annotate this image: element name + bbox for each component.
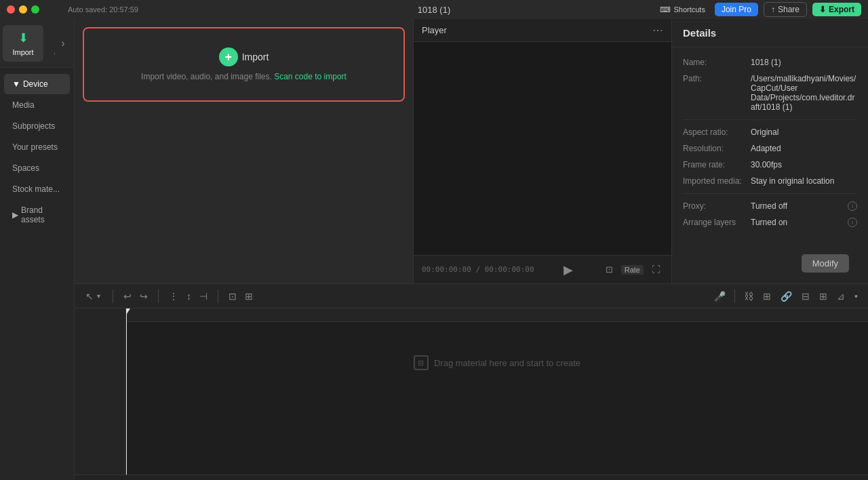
player-fullscreen-preview-button[interactable]: ⊡ [603, 263, 616, 276]
undo-button[interactable]: ↩ [120, 289, 135, 304]
crop-icon: ⊡ [229, 291, 237, 302]
player-viewport [414, 42, 671, 255]
crop-tool-button[interactable]: ⊡ [225, 289, 240, 304]
brand-assets-arrow-icon: ▶ [12, 210, 18, 220]
minimize-button[interactable] [19, 5, 27, 14]
close-button[interactable] [7, 5, 15, 14]
proxy-info-icon[interactable]: i [848, 201, 857, 211]
player-menu-button[interactable]: ⋯ [652, 24, 663, 37]
top-row: + Import Import video, audio, and image … [75, 19, 868, 283]
right-panel: Details Name: 1018 (1) Path: /Users/mall… [671, 19, 868, 283]
details-row-imported-media: Imported media: Stay in original locatio… [672, 173, 868, 189]
timeline-scrollbar[interactable] [75, 475, 868, 480]
link-icon: 🔗 [781, 291, 792, 302]
playhead-triangle [126, 308, 130, 314]
details-key-arrange-layers: Arrange layers [683, 218, 751, 227]
import-area: + Import Import video, audio, and image … [75, 19, 414, 283]
undo-redo-group: ↩ ↪ [120, 289, 151, 304]
playhead [126, 308, 127, 475]
content-area: + Import Import video, audio, and image … [75, 19, 868, 480]
details-row-resolution: Resolution: Adapted [672, 140, 868, 157]
import-btn-label: Import [242, 52, 269, 62]
tl-divider-1 [113, 289, 113, 303]
details-row-name: Name: 1018 (1) [672, 54, 868, 71]
details-key-framerate: Frame rate: [683, 160, 751, 169]
details-key-path: Path: [683, 74, 751, 83]
details-row-framerate: Frame rate: 30.00fps [672, 157, 868, 173]
arrange-info-icon[interactable]: i [848, 218, 857, 227]
sidebar-item-subprojects[interactable]: Subprojects [4, 116, 70, 136]
split3-tool-button[interactable]: ⊣ [196, 289, 211, 304]
import-hint-row: Import video, audio, and image files. Sc… [141, 72, 347, 81]
dot-button[interactable]: • [851, 289, 861, 304]
left-panel: ⬇ Import ♪ Audio T Text ☺ Stickers ✦ E [0, 19, 75, 480]
snap-button[interactable]: ⊟ [798, 289, 813, 304]
chain-icon: ⛓ [744, 291, 753, 302]
import-hint-text: Import video, audio, and image files. [141, 72, 272, 81]
details-key-proxy: Proxy: [683, 201, 751, 211]
mic-button[interactable]: 🎤 [711, 289, 729, 304]
split3-icon: ⊣ [199, 291, 208, 302]
details-row-path: Path: /Users/mallikadhyani/Movies/CapCut… [672, 71, 868, 115]
import-plus-icon: + [219, 47, 238, 66]
player-fullscreen-button[interactable]: ⛶ [649, 263, 663, 276]
split2-tool-button[interactable]: ↕ [183, 289, 195, 304]
link-button[interactable]: 🔗 [777, 289, 795, 304]
more-button[interactable]: › [55, 37, 71, 49]
sidebar-item-brand-assets[interactable]: ▶ Brand assets [4, 200, 70, 230]
timeline-ruler [126, 308, 868, 322]
sidebar-item-media[interactable]: Media [4, 95, 70, 115]
maximize-button[interactable] [31, 5, 39, 14]
project-title: 1018 (1) [418, 5, 450, 15]
toolbar-item-audio[interactable]: ♪ Audio [43, 25, 55, 62]
shortcuts-button[interactable]: ⌨ Shortcuts [656, 4, 709, 16]
extend-tool-button[interactable]: ⊞ [241, 289, 256, 304]
details-row-aspect: Aspect ratio: Original [672, 124, 868, 140]
chain-button[interactable]: ⛓ [741, 289, 757, 304]
sidebar-item-spaces[interactable]: Spaces [4, 158, 70, 178]
join-pro-button[interactable]: Join Pro [715, 3, 758, 16]
split-tool-button[interactable]: ⋮ [165, 289, 182, 304]
share-button[interactable]: ↑ Share [764, 2, 807, 17]
grid-button[interactable]: ⊞ [816, 289, 831, 304]
export-button[interactable]: ⬇ Export [812, 3, 861, 16]
window-controls [7, 5, 39, 14]
dot-icon: • [854, 291, 858, 302]
cursor-chevron-icon: ▼ [96, 293, 102, 300]
details-key-imported-media: Imported media: [683, 176, 751, 186]
details-key-resolution: Resolution: [683, 144, 751, 153]
details-row-arrange-layers: Arrange layers Turned on i [672, 214, 868, 231]
details-value-path: /Users/mallikadhyani/Movies/CapCut/User … [751, 74, 857, 112]
timeline-main: ⊟ Drag material here and start to create [126, 308, 868, 475]
details-value-framerate: 30.00fps [751, 160, 857, 169]
filter2-icon: ⊿ [837, 291, 845, 302]
player-total-time: 00:00:00:00 [485, 265, 534, 274]
filter2-button[interactable]: ⊿ [833, 289, 848, 304]
scan-code-link[interactable]: Scan code to import [274, 72, 347, 81]
timeline-empty-icon: ⊟ [414, 355, 429, 370]
details-key-aspect: Aspect ratio: [683, 127, 751, 137]
import-dropzone[interactable]: + Import Import video, audio, and image … [83, 27, 405, 102]
cursor-tool-button[interactable]: ↖ ▼ [81, 289, 106, 304]
share-label: Share [778, 5, 800, 14]
toolbar-item-import[interactable]: ⬇ Import [3, 25, 43, 62]
details-row-proxy: Proxy: Turned off i [672, 198, 868, 214]
details-value-aspect: Original [751, 127, 857, 137]
main-layout: ⬇ Import ♪ Audio T Text ☺ Stickers ✦ E [0, 19, 868, 480]
modify-button[interactable]: Modify [802, 254, 849, 273]
import-btn-row: + Import [219, 47, 269, 66]
puzzle-button[interactable]: ⊞ [760, 289, 774, 304]
details-value-arrange: Turned on [751, 218, 787, 227]
timeline-empty-state: ⊟ Drag material here and start to create [126, 322, 868, 403]
player-current-time: 00:00:00:00 [422, 265, 471, 274]
sidebar-item-stock-mate[interactable]: Stock mate... [4, 179, 70, 199]
player-time-separator: / [475, 265, 484, 274]
tl-divider-3 [218, 289, 218, 303]
sidebar-item-your-presets[interactable]: Your presets [4, 137, 70, 157]
split2-icon: ↕ [186, 291, 191, 302]
puzzle-icon: ⊞ [763, 291, 771, 302]
player-play-button[interactable]: ▶ [564, 262, 573, 277]
player-time-display: 00:00:00:00 / 00:00:00:00 [422, 265, 534, 274]
sidebar-item-device[interactable]: ▼ Device [4, 74, 70, 94]
redo-button[interactable]: ↪ [136, 289, 151, 304]
